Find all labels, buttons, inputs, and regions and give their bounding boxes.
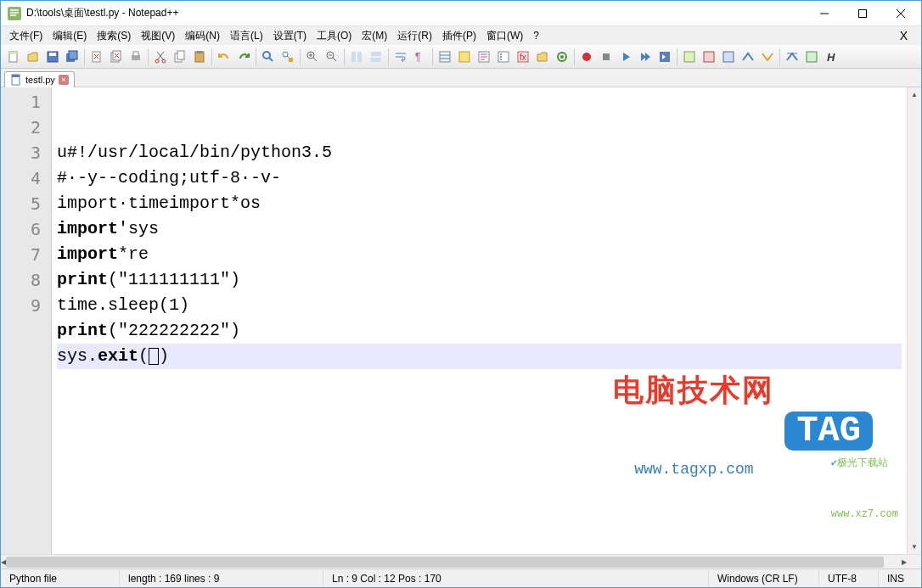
code-line[interactable]: #·-y--coding;utf-8·-v- — [57, 165, 902, 191]
menu-item[interactable]: 运行(R) — [392, 28, 437, 43]
menu-item[interactable]: 编辑(E) — [48, 28, 92, 43]
status-insert-mode: INS — [879, 569, 921, 587]
tab-close-icon[interactable]: × — [59, 75, 69, 85]
menubar: 文件(F)编辑(E)搜索(S)视图(V)编码(N)语言(L)设置(T)工具(O)… — [1, 26, 921, 45]
save-icon[interactable] — [43, 48, 62, 66]
titlebar: D:\tools\桌面\testl.py - Notepad++ — [1, 1, 921, 26]
scroll-up-icon[interactable]: ▲ — [908, 87, 921, 102]
replace-icon[interactable] — [278, 48, 297, 66]
user-lang-icon[interactable] — [455, 48, 474, 66]
close-file-icon[interactable] — [87, 48, 106, 66]
code-line[interactable]: u#!/usr/local/bin/python3.5 — [57, 140, 902, 165]
close-all-icon[interactable] — [107, 48, 126, 66]
file-icon — [10, 74, 22, 86]
minimize-button[interactable] — [805, 2, 843, 25]
svg-text:H: H — [827, 51, 835, 64]
menu-item[interactable]: 搜索(S) — [92, 28, 136, 43]
scroll-down-icon[interactable]: ▼ — [908, 540, 921, 554]
svg-text:¶: ¶ — [415, 51, 420, 63]
new-file-icon[interactable] — [4, 48, 23, 66]
play-multi-icon[interactable] — [636, 48, 655, 66]
toolbar-btn-b[interactable] — [700, 48, 718, 66]
menu-item[interactable]: 文件(F) — [4, 28, 48, 43]
menu-item[interactable]: 工具(O) — [312, 28, 357, 43]
code-line[interactable]: import·timeimport*os — [57, 191, 902, 216]
sync-v-icon[interactable] — [347, 48, 366, 66]
svg-point-35 — [500, 59, 502, 60]
svg-rect-32 — [498, 52, 509, 62]
open-file-icon[interactable] — [24, 48, 42, 66]
menubar-close-icon[interactable]: X — [890, 29, 918, 42]
toolbar-btn-g[interactable] — [802, 48, 821, 66]
toolbar-btn-c[interactable] — [719, 48, 738, 66]
cut-icon[interactable] — [151, 48, 170, 66]
svg-rect-7 — [69, 51, 77, 59]
svg-rect-43 — [684, 52, 694, 62]
status-encoding: UTF-8 — [819, 569, 879, 587]
toolbar-btn-a[interactable] — [680, 48, 699, 66]
record-macro-icon[interactable] — [577, 48, 596, 66]
menu-item[interactable]: ? — [528, 28, 544, 43]
editor-area: 123456789 u#!/usr/local/bin/python3.5#·-… — [1, 87, 921, 554]
menu-item[interactable]: 编码(N) — [180, 28, 225, 43]
code-line[interactable]: sys.exit() — [57, 344, 902, 369]
horizontal-scrollbar[interactable]: ◀ ▶ — [1, 554, 921, 568]
svg-rect-25 — [357, 52, 362, 62]
show-all-chars-icon[interactable]: ¶ — [411, 48, 430, 66]
redo-icon[interactable] — [234, 48, 253, 66]
code-line[interactable]: time.sleep(1) — [57, 293, 902, 318]
menu-item[interactable]: 设置(T) — [268, 28, 312, 43]
close-button[interactable] — [881, 2, 919, 25]
indent-guide-icon[interactable] — [436, 48, 454, 66]
sync-h-icon[interactable] — [367, 48, 385, 66]
zoom-out-icon[interactable] — [323, 48, 341, 66]
doc-map-icon[interactable] — [475, 48, 493, 66]
print-icon[interactable] — [126, 48, 145, 66]
zoom-in-icon[interactable] — [303, 48, 322, 66]
maximize-button[interactable] — [843, 2, 881, 25]
vertical-scrollbar[interactable]: ▲ ▼ — [907, 87, 921, 554]
play-macro-icon[interactable] — [616, 48, 635, 66]
file-tab-testl[interactable]: testl.py × — [4, 71, 75, 87]
monitor-icon[interactable] — [553, 48, 571, 66]
svg-text:fx: fx — [520, 53, 526, 62]
wordwrap-icon[interactable] — [391, 48, 410, 66]
svg-point-33 — [500, 53, 502, 55]
toolbar-btn-d[interactable] — [739, 48, 757, 66]
copy-icon[interactable] — [171, 48, 189, 66]
toolbar-btn-h[interactable]: H — [822, 48, 840, 66]
toolbar-btn-e[interactable] — [758, 48, 777, 66]
svg-rect-44 — [704, 52, 714, 62]
app-icon — [8, 7, 21, 20]
undo-icon[interactable] — [215, 48, 233, 66]
status-language: Python file — [1, 569, 120, 587]
svg-rect-24 — [351, 52, 356, 62]
doc-list-icon[interactable] — [494, 48, 513, 66]
stop-macro-icon[interactable] — [597, 48, 616, 66]
svg-rect-5 — [49, 53, 56, 56]
svg-rect-21 — [289, 58, 293, 62]
menu-item[interactable]: 插件(P) — [437, 28, 481, 43]
toolbar-btn-f[interactable] — [783, 48, 801, 66]
code-line[interactable]: print("222222222") — [57, 318, 902, 344]
menu-item[interactable]: 窗口(W) — [481, 28, 528, 43]
code-line[interactable]: import*re — [57, 242, 902, 267]
find-icon[interactable] — [259, 48, 278, 66]
svg-point-34 — [500, 56, 502, 58]
menu-item[interactable]: 宏(M) — [357, 28, 392, 43]
code-editor[interactable]: u#!/usr/local/bin/python3.5#·-y--coding;… — [52, 87, 907, 554]
paste-icon[interactable] — [190, 48, 209, 66]
function-list-icon[interactable]: fx — [514, 48, 532, 66]
save-all-icon[interactable] — [63, 48, 82, 66]
code-line[interactable]: print("111111111") — [57, 267, 902, 293]
svg-rect-46 — [807, 52, 817, 62]
svg-rect-27 — [371, 58, 381, 62]
svg-point-39 — [560, 55, 564, 59]
save-macro-icon[interactable] — [655, 48, 674, 66]
code-line[interactable]: import'sys — [57, 216, 902, 242]
menu-item[interactable]: 语言(L) — [225, 28, 268, 43]
svg-rect-16 — [177, 51, 184, 59]
folder-workspace-icon[interactable] — [533, 48, 552, 66]
menu-item[interactable]: 视图(V) — [136, 28, 180, 43]
status-length: length : 169 lines : 9 — [120, 569, 323, 587]
